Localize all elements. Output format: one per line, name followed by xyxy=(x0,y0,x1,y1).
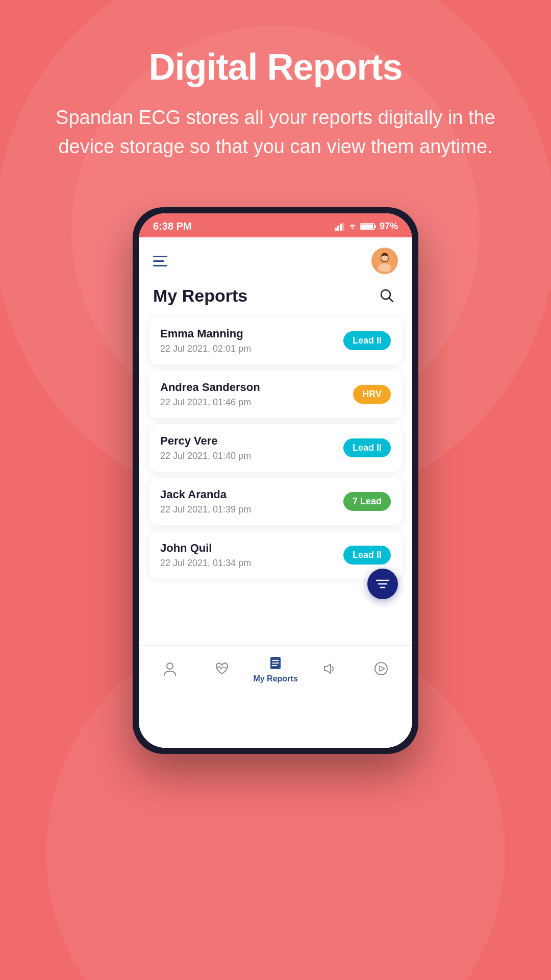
reports-nav-label: My Reports xyxy=(253,674,297,683)
nav-item-alerts[interactable] xyxy=(309,659,349,678)
report-badge: HRV xyxy=(353,385,391,404)
report-name: Emma Manning xyxy=(160,327,251,340)
phone-screen: 6:38 PM xyxy=(139,213,412,748)
svg-marker-23 xyxy=(380,666,385,671)
signal-icon xyxy=(335,223,345,231)
report-badge: Lead II xyxy=(343,546,391,565)
nav-item-profile[interactable] xyxy=(149,659,190,678)
filter-fab-button[interactable] xyxy=(367,569,398,599)
hamburger-line-1 xyxy=(153,256,167,257)
report-name: John Quil xyxy=(160,542,251,555)
battery-percent: 97% xyxy=(380,221,398,232)
report-date: 22 Jul 2021, 01:46 pm xyxy=(160,397,260,408)
svg-point-22 xyxy=(375,663,387,675)
svg-rect-2 xyxy=(340,224,342,231)
report-date: 22 Jul 2021, 01:34 pm xyxy=(160,558,251,569)
report-info: Percy Vere 22 Jul 2021, 01:40 pm xyxy=(160,434,251,461)
svg-line-13 xyxy=(389,298,393,302)
phone-mockup: 6:38 PM xyxy=(133,207,418,754)
header-section: Digital Reports Spandan ECG stores all y… xyxy=(0,0,551,192)
svg-rect-6 xyxy=(361,224,373,229)
report-info: Emma Manning 22 Jul 2021, 02:01 pm xyxy=(160,327,251,354)
report-card[interactable]: Andrea Sanderson 22 Jul 2021, 01:46 pm H… xyxy=(149,371,402,418)
svg-rect-1 xyxy=(337,226,339,231)
svg-rect-7 xyxy=(374,225,376,228)
report-card[interactable]: Percy Vere 22 Jul 2021, 01:40 pm Lead II xyxy=(149,424,402,472)
megaphone-icon xyxy=(320,659,338,678)
report-date: 22 Jul 2021, 01:40 pm xyxy=(160,451,251,461)
status-bar: 6:38 PM xyxy=(139,213,412,237)
status-icons: 97% xyxy=(335,221,398,232)
search-icon xyxy=(379,288,394,303)
reports-list: Emma Manning 22 Jul 2021, 02:01 pm Lead … xyxy=(139,317,412,579)
user-avatar[interactable] xyxy=(371,248,398,274)
report-name: Jack Aranda xyxy=(160,488,251,501)
report-card[interactable]: Emma Manning 22 Jul 2021, 02:01 pm Lead … xyxy=(149,317,402,364)
report-card[interactable]: John Quil 22 Jul 2021, 01:34 pm Lead II xyxy=(149,531,402,579)
header-title: Digital Reports xyxy=(41,46,510,88)
header-subtitle: Spandan ECG stores all your reports digi… xyxy=(41,103,510,161)
nav-item-play[interactable] xyxy=(361,659,402,678)
report-name: Andrea Sanderson xyxy=(160,381,260,394)
report-date: 22 Jul 2021, 02:01 pm xyxy=(160,344,251,354)
svg-rect-3 xyxy=(342,223,344,231)
svg-rect-0 xyxy=(335,228,337,231)
battery-icon xyxy=(360,223,377,231)
wifi-icon xyxy=(348,223,357,231)
report-name: Percy Vere xyxy=(160,434,251,448)
top-nav xyxy=(139,237,412,279)
report-date: 22 Jul 2021, 01:39 pm xyxy=(160,504,251,515)
report-badge: Lead II xyxy=(343,438,391,457)
hamburger-line-3 xyxy=(153,265,167,266)
page-header: My Reports xyxy=(139,279,412,317)
svg-point-4 xyxy=(352,228,353,229)
svg-point-17 xyxy=(167,663,173,669)
phone-outer-shell: 6:38 PM xyxy=(133,207,418,754)
app-content: My Reports Emma Manning 22 Jul 2021, 02:… xyxy=(139,237,412,748)
search-button[interactable] xyxy=(375,284,398,307)
nav-item-reports[interactable]: My Reports xyxy=(253,654,297,683)
fab-area xyxy=(139,579,412,645)
page-title: My Reports xyxy=(153,286,247,306)
status-time: 6:38 PM xyxy=(153,220,192,232)
avatar-image xyxy=(374,250,395,272)
report-info: Jack Aranda 22 Jul 2021, 01:39 pm xyxy=(160,488,251,515)
report-info: John Quil 22 Jul 2021, 01:34 pm xyxy=(160,542,251,569)
heart-icon xyxy=(213,659,231,678)
report-badge: Lead II xyxy=(343,331,391,350)
report-info: Andrea Sanderson 22 Jul 2021, 01:46 pm xyxy=(160,381,260,408)
report-badge: 7 Lead xyxy=(343,492,391,511)
hamburger-line-2 xyxy=(153,260,164,262)
play-icon xyxy=(372,659,390,678)
hamburger-menu[interactable] xyxy=(153,256,167,266)
report-card[interactable]: Jack Aranda 22 Jul 2021, 01:39 pm 7 Lead xyxy=(149,478,402,525)
person-icon xyxy=(161,659,179,678)
reports-icon xyxy=(266,654,285,672)
filter-icon xyxy=(375,578,390,590)
nav-item-health[interactable] xyxy=(202,659,242,678)
bottom-nav: My Reports xyxy=(139,645,412,696)
